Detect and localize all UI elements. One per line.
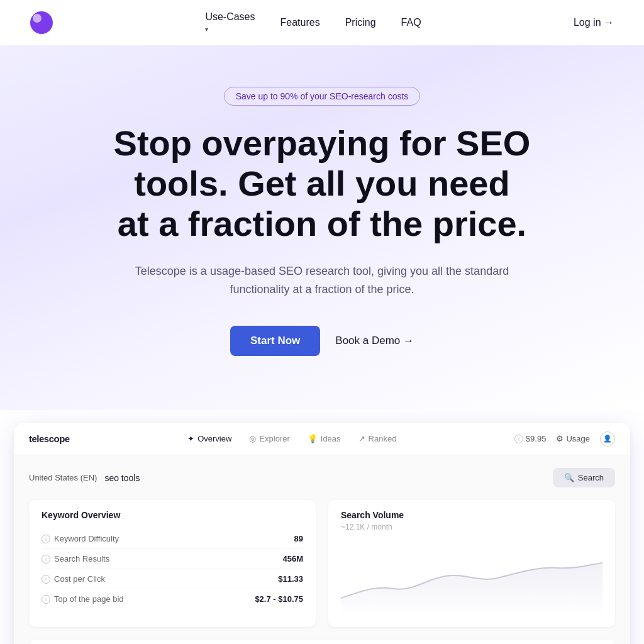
metric-row-bid: i Top of the page bid $2.7 - $10.75 <box>42 589 303 609</box>
hero-section: Save up to 90% of your SEO-research cost… <box>0 45 644 410</box>
related-keywords-card: Related Keywords Keywords KD Volume CPC … <box>29 640 615 644</box>
hero-badge: Save up to 90% of your SEO-research cost… <box>224 87 421 106</box>
metric-row-results: i Search Results 456M <box>42 549 303 569</box>
app-search-bar: United States (EN) seo tools 🔍 Search <box>29 468 615 487</box>
search-volume-card: Search Volume ~12.1K / month <box>328 500 615 627</box>
lightbulb-icon: 💡 <box>308 434 318 443</box>
app-main-grid: Keyword Overview i Keyword Difficulty 89… <box>29 500 615 644</box>
login-link[interactable]: Log in → <box>574 17 614 28</box>
info-circle-icon: i <box>42 555 50 564</box>
keyword-overview-card: Keyword Overview i Keyword Difficulty 89… <box>29 500 316 627</box>
app-usage: ⚙ Usage <box>556 434 590 443</box>
app-nav-right: i $9.95 ⚙ Usage 👤 <box>514 431 615 447</box>
app-nav-ranked[interactable]: ↗ Ranked <box>358 434 397 443</box>
metric-row-difficulty: i Keyword Difficulty 89 <box>42 529 303 549</box>
app-screenshot-frame: telescope ✦ Overview ◎ Explorer 💡 Ideas … <box>14 423 630 644</box>
main-nav: Use-Cases ▾ Features Pricing FAQ Log in … <box>0 0 644 45</box>
nav-item-features[interactable]: Features <box>280 17 320 28</box>
app-nav: telescope ✦ Overview ◎ Explorer 💡 Ideas … <box>14 423 630 455</box>
app-screenshot-wrapper: telescope ✦ Overview ◎ Explorer 💡 Ideas … <box>0 423 644 644</box>
app-user-icon[interactable]: 👤 <box>600 431 615 447</box>
search-volume-subtitle: ~12.1K / month <box>341 523 602 531</box>
search-bar-left: United States (EN) seo tools <box>29 473 140 483</box>
book-demo-button[interactable]: Book a Demo → <box>335 335 414 347</box>
trending-icon: ↗ <box>358 434 365 443</box>
search-volume-title: Search Volume <box>341 510 602 520</box>
search-locale: United States (EN) <box>29 473 97 482</box>
nav-item-use-cases[interactable]: Use-Cases ▾ <box>205 11 255 34</box>
user-icon: 👤 <box>603 435 612 443</box>
start-now-button[interactable]: Start Now <box>230 326 320 356</box>
search-button[interactable]: 🔍 Search <box>553 468 615 487</box>
app-brand: telescope <box>29 433 70 444</box>
nav-link-use-cases[interactable]: Use-Cases <box>205 11 255 23</box>
nav-link-pricing[interactable]: Pricing <box>345 17 376 28</box>
usage-icon: ⚙ <box>556 434 564 443</box>
nav-item-pricing[interactable]: Pricing <box>345 17 376 28</box>
app-nav-ideas[interactable]: 💡 Ideas <box>308 434 341 443</box>
sparkle-icon: ✦ <box>187 434 194 443</box>
nav-link-features[interactable]: Features <box>280 17 320 28</box>
app-content: United States (EN) seo tools 🔍 Search Ke… <box>14 455 630 644</box>
hero-title: Stop overpaying for SEO tools. Get all y… <box>114 123 531 245</box>
chart-svg <box>341 541 602 617</box>
logo[interactable] <box>30 11 53 34</box>
hero-actions: Start Now Book a Demo → <box>230 326 414 356</box>
nav-links: Use-Cases ▾ Features Pricing FAQ <box>205 11 421 34</box>
info-circle-icon: i <box>42 535 50 543</box>
nav-item-faq[interactable]: FAQ <box>401 17 421 28</box>
info-circle-icon: i <box>42 575 50 584</box>
compass-icon: ◎ <box>249 434 256 443</box>
app-nav-overview[interactable]: ✦ Overview <box>187 434 231 443</box>
chevron-down-icon: ▾ <box>205 26 208 33</box>
keyword-overview-title: Keyword Overview <box>42 510 303 520</box>
info-circle-icon: i <box>42 595 50 604</box>
info-icon: i <box>514 435 523 443</box>
login-button[interactable]: Log in → <box>574 17 614 28</box>
hero-subtitle: Telescope is a usage-based SEO research … <box>133 262 511 299</box>
logo-icon <box>30 11 53 34</box>
app-nav-explorer[interactable]: ◎ Explorer <box>249 434 289 443</box>
nav-link-faq[interactable]: FAQ <box>401 17 421 28</box>
metric-row-cpc: i Cost per Click $11.33 <box>42 569 303 589</box>
app-nav-links: ✦ Overview ◎ Explorer 💡 Ideas ↗ Ranked <box>187 434 396 443</box>
search-icon: 🔍 <box>564 473 574 482</box>
app-price: i $9.95 <box>514 434 547 443</box>
search-query: seo tools <box>104 473 140 483</box>
search-volume-chart <box>341 541 602 617</box>
